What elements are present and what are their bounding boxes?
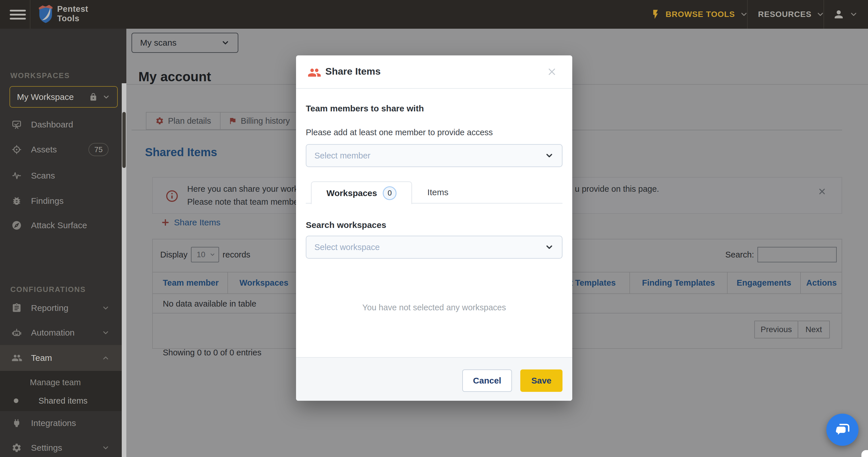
workspace-selector[interactable]: My Workspace <box>9 86 118 108</box>
browse-tools-menu[interactable]: BROWSE TOOLS <box>650 0 748 29</box>
member-select[interactable]: Select member <box>306 144 562 167</box>
chevron-down-icon <box>102 329 110 337</box>
sidebar-item-shared-items[interactable]: Shared items <box>0 389 122 412</box>
workspace-name: My Workspace <box>17 92 74 102</box>
sidebar-item-findings[interactable]: Findings <box>0 190 122 213</box>
modal-title: Share Items <box>325 66 381 77</box>
chevron-down-icon <box>545 242 554 252</box>
sidebar-item-label: Settings <box>31 443 62 453</box>
modal-close-icon[interactable] <box>547 66 557 77</box>
bug-icon <box>11 196 22 206</box>
cancel-button[interactable]: Cancel <box>462 369 512 392</box>
top-navbar: Pentest Tools BROWSE TOOLS RESOURCES <box>0 0 868 29</box>
sidebar-item-label: Team <box>31 353 52 363</box>
chevron-up-icon <box>102 354 110 362</box>
sidebar-item-label: Automation <box>31 328 75 337</box>
navbar-divider <box>30 0 30 29</box>
logo-text: Pentest Tools <box>57 4 88 23</box>
member-select-placeholder: Select member <box>314 151 370 160</box>
tab-label: Workspaces <box>327 188 377 198</box>
sidebar-item-assets[interactable]: Assets 75 <box>0 138 122 161</box>
chevron-down-icon <box>102 304 110 312</box>
sidebar-item-label: Assets <box>31 145 57 155</box>
chevron-down-icon <box>849 10 858 19</box>
robot-icon <box>11 328 22 338</box>
chat-launcher-button[interactable] <box>826 414 859 446</box>
plug-icon <box>11 418 22 428</box>
chevron-down-icon <box>102 444 110 452</box>
pentest-tools-logo[interactable]: Pentest Tools <box>38 4 88 24</box>
navbar-divider <box>824 0 824 29</box>
team-icon <box>11 353 22 363</box>
sidebar-item-label: Reporting <box>31 303 68 313</box>
search-workspaces-label: Search workspaces <box>306 220 386 230</box>
share-items-modal: Share Items Team members to share with P… <box>296 56 572 401</box>
hamburger-menu-icon[interactable] <box>10 10 26 20</box>
compass-icon <box>11 220 22 230</box>
chat-icon <box>834 421 851 438</box>
sidebar-item-attack-surface[interactable]: Attack Surface <box>0 214 122 237</box>
configurations-section-label: CONFIGURATIONS <box>10 285 86 294</box>
sidebar-item-label: Manage team <box>30 378 81 387</box>
waveform-icon <box>11 170 22 181</box>
modal-footer: Cancel Save <box>296 357 572 401</box>
sidebar-item-label: Shared items <box>38 396 88 405</box>
workspaces-section-label: WORKSPACES <box>10 71 70 80</box>
modal-header: Share Items <box>296 56 572 88</box>
workspace-select-placeholder: Select workspace <box>314 242 380 252</box>
logo-shield-icon <box>38 4 53 24</box>
lock-icon <box>89 93 98 101</box>
sidebar-item-settings[interactable]: Settings <box>0 436 122 457</box>
people-group-icon <box>308 66 321 79</box>
resources-menu[interactable]: RESOURCES <box>758 0 825 29</box>
sidebar-item-dashboard[interactable]: Dashboard <box>0 113 122 136</box>
sidebar-item-label: Attack Surface <box>31 221 87 230</box>
modal-divider <box>296 88 572 89</box>
save-button[interactable]: Save <box>520 369 562 392</box>
workspaces-count-badge: 0 <box>383 186 397 200</box>
lightning-icon <box>650 8 661 21</box>
sidebar-item-label: Dashboard <box>31 120 73 129</box>
sidebar-item-scans[interactable]: Scans <box>0 164 122 187</box>
dashboard-icon <box>11 120 22 130</box>
sidebar-item-label: Scans <box>31 171 55 181</box>
chevron-down-icon <box>102 93 110 101</box>
chevron-down-icon <box>545 151 554 160</box>
sidebar: WORKSPACES My Workspace Dashboard Assets… <box>0 29 126 457</box>
modal-tab-items[interactable]: Items <box>412 182 464 203</box>
assets-count-badge: 75 <box>88 143 108 156</box>
navbar-divider <box>747 0 748 29</box>
sidebar-item-reporting[interactable]: Reporting <box>0 297 122 320</box>
browse-tools-label: BROWSE TOOLS <box>665 10 735 19</box>
gear-icon <box>11 443 22 453</box>
sidebar-scrollbar-thumb[interactable] <box>122 112 126 168</box>
user-icon <box>833 8 845 21</box>
members-hint: Please add at least one member to provid… <box>306 128 493 137</box>
target-icon <box>11 144 22 155</box>
clipboard-icon <box>11 303 22 313</box>
modal-tab-workspaces[interactable]: Workspaces 0 <box>311 182 412 204</box>
sidebar-item-label: Integrations <box>31 418 76 428</box>
account-menu[interactable] <box>833 0 858 29</box>
workspace-select[interactable]: Select workspace <box>306 236 562 259</box>
active-bullet-icon <box>14 398 19 403</box>
sidebar-item-automation[interactable]: Automation <box>0 321 122 344</box>
sidebar-item-label: Findings <box>31 196 63 206</box>
app-root: WORKSPACES My Workspace Dashboard Assets… <box>0 0 868 457</box>
sidebar-item-team[interactable]: Team <box>0 345 122 371</box>
no-workspaces-message: You have not selected any workspaces <box>296 303 572 312</box>
resources-label: RESOURCES <box>758 10 811 19</box>
sidebar-item-integrations[interactable]: Integrations <box>0 412 122 435</box>
members-section-label: Team members to share with <box>306 104 424 113</box>
sidebar-scrollbar[interactable] <box>122 83 126 457</box>
